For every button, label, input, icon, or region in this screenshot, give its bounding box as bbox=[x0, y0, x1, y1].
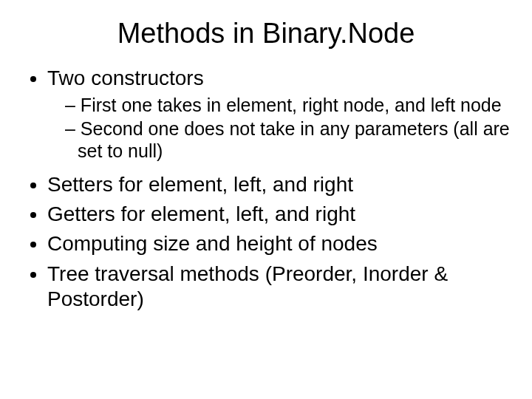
bullet-list: Two constructors First one takes in elem… bbox=[22, 66, 510, 312]
bullet-text: Tree traversal methods (Preorder, Inorde… bbox=[47, 262, 448, 310]
sub-list-item: First one takes in element, right node, … bbox=[65, 94, 510, 116]
bullet-text: Setters for element, left, and right bbox=[47, 173, 353, 196]
slide: Methods in Binary.Node Two constructors … bbox=[0, 0, 532, 399]
list-item: Getters for element, left, and right bbox=[47, 202, 510, 227]
list-item: Setters for element, left, and right bbox=[47, 172, 510, 197]
bullet-text: Second one does not take in any paramete… bbox=[78, 118, 510, 161]
sub-bullet-list: First one takes in element, right node, … bbox=[47, 94, 510, 162]
bullet-text: Getters for element, left, and right bbox=[47, 202, 355, 225]
sub-list-item: Second one does not take in any paramete… bbox=[65, 117, 510, 162]
list-item: Tree traversal methods (Preorder, Inorde… bbox=[47, 262, 510, 312]
list-item: Two constructors First one takes in elem… bbox=[47, 66, 510, 162]
page-title: Methods in Binary.Node bbox=[22, 18, 510, 50]
list-item: Computing size and height of nodes bbox=[47, 231, 510, 256]
bullet-text: First one takes in element, right node, … bbox=[81, 95, 502, 115]
bullet-text: Computing size and height of nodes bbox=[47, 232, 378, 255]
bullet-text: Two constructors bbox=[47, 66, 204, 89]
